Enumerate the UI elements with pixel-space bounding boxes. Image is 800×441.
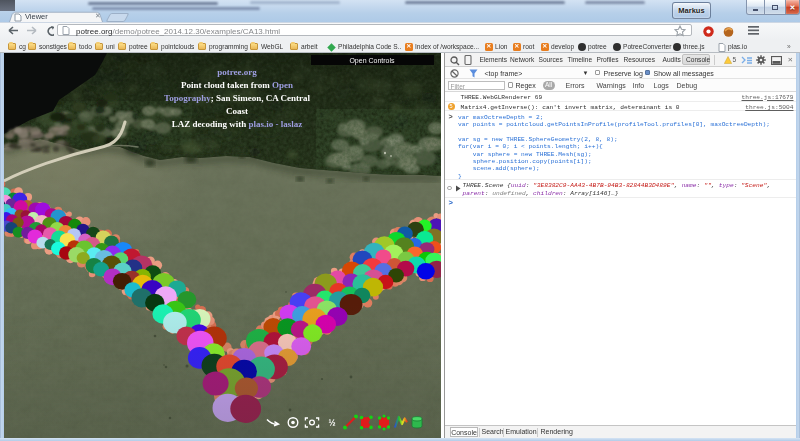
svg-text:½: ½ (328, 417, 335, 427)
svg-text:Coast: Coast (226, 105, 248, 115)
svg-text:potree.org: potree.org (217, 66, 257, 76)
svg-text:Topography; San Simeon, CA Cen: Topography; San Simeon, CA Central (164, 92, 310, 102)
svg-text:LAZ decoding with plas.io - la: LAZ decoding with plas.io - laslaz (172, 118, 303, 128)
svg-text:Open Controls: Open Controls (349, 56, 395, 64)
svg-text:Point cloud taken from Open: Point cloud taken from Open (181, 79, 293, 89)
